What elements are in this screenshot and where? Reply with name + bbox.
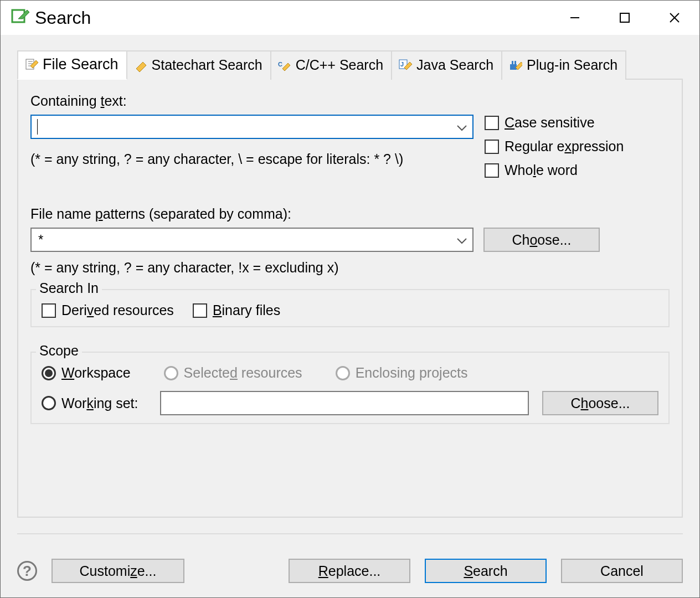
tab-label: C/C++ Search (296, 57, 383, 73)
filename-patterns-hint: (* = any string, ? = any character, !x =… (30, 260, 670, 276)
tab-label: Statechart Search (152, 57, 262, 73)
tab-file-search[interactable]: File Search (17, 50, 127, 80)
chevron-down-icon[interactable] (457, 232, 467, 248)
plugin-search-icon (509, 59, 522, 72)
choose-working-set-button[interactable]: Choose... (542, 391, 658, 415)
choose-filetypes-button[interactable]: Choose... (483, 228, 600, 252)
tab-statechart-search[interactable]: Statechart Search (126, 50, 271, 80)
svg-rect-11 (514, 61, 516, 64)
containing-text-input[interactable] (30, 115, 473, 139)
maximize-button[interactable] (600, 1, 650, 34)
svg-text:C: C (278, 61, 282, 68)
containing-text-field[interactable] (40, 118, 457, 135)
scope-enclosing-projects-radio[interactable]: Enclosing projects (336, 365, 468, 381)
dialog-panel: File Search Statechart Search C C/C++ Se… (1, 35, 699, 597)
scope-working-set-radio[interactable]: Working set: (42, 395, 147, 411)
chevron-down-icon[interactable] (457, 119, 467, 135)
containing-text-label: Containing text: (30, 93, 670, 109)
tab-label: Java Search (416, 57, 493, 73)
binary-files-checkbox[interactable]: Binary files (193, 302, 280, 318)
filename-patterns-input[interactable] (30, 228, 473, 252)
scope-selected-resources-radio[interactable]: Selected resources (164, 365, 302, 381)
search-button[interactable]: Search (425, 559, 547, 583)
tab-page: Containing text: (* = any string, ? = an… (17, 79, 683, 518)
close-button[interactable] (650, 1, 699, 34)
scope-workspace-radio[interactable]: Workspace (42, 365, 131, 381)
c-cpp-search-icon: C (278, 59, 291, 72)
customize-button[interactable]: Customize... (52, 559, 184, 583)
svg-rect-9 (510, 64, 517, 70)
search-in-group: Search In Derived resources Binary files (30, 289, 670, 327)
tab-label: Plug-in Search (527, 57, 617, 73)
titlebar: Search (1, 1, 699, 35)
scope-group: Scope Workspace Selected resources Enclo… (30, 352, 670, 424)
file-search-icon (25, 58, 38, 71)
svg-rect-2 (620, 13, 629, 22)
tab-bar: File Search Statechart Search C C/C++ Se… (17, 49, 683, 79)
derived-resources-checkbox[interactable]: Derived resources (42, 302, 174, 318)
window-title: Search (35, 8, 91, 28)
minimize-button[interactable] (550, 1, 600, 34)
filename-patterns-field[interactable] (37, 231, 457, 248)
tab-plugin-search[interactable]: Plug-in Search (501, 50, 626, 80)
whole-word-checkbox[interactable]: Whole word (485, 162, 624, 178)
statechart-search-icon (134, 59, 147, 72)
scope-title: Scope (36, 343, 82, 359)
replace-button[interactable]: Replace... (289, 559, 410, 583)
java-search-icon: J (399, 59, 412, 72)
cancel-button[interactable]: Cancel (561, 559, 683, 583)
regex-checkbox[interactable]: Regular expression (485, 138, 624, 154)
containing-text-hint: (* = any string, ? = any character, \ = … (30, 151, 473, 167)
case-sensitive-checkbox[interactable]: Case sensitive (485, 115, 624, 131)
search-app-icon (11, 7, 29, 29)
tab-java-search[interactable]: J Java Search (391, 50, 502, 80)
working-set-input[interactable] (160, 391, 529, 415)
svg-text:J: J (400, 61, 404, 68)
help-icon[interactable]: ? (17, 561, 37, 581)
filename-patterns-label: File name patterns (separated by comma): (30, 206, 670, 222)
tab-label: File Search (43, 56, 119, 73)
svg-rect-10 (512, 61, 513, 64)
footer: ? Customize... Replace... Search Cancel (17, 559, 683, 583)
search-in-title: Search In (36, 280, 102, 296)
separator (17, 533, 683, 534)
tab-c-cpp-search[interactable]: C C/C++ Search (270, 50, 392, 80)
